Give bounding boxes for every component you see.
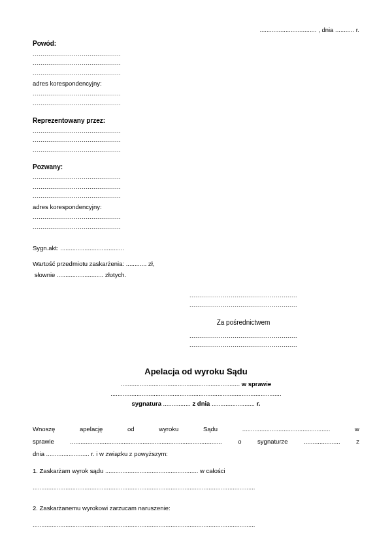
- value-words-label: słownie: [35, 271, 56, 278]
- signature-dots-1: ................: [163, 400, 191, 407]
- year-suffix-2: r.: [257, 400, 261, 407]
- t: w: [355, 423, 359, 435]
- signature-label: Sygn.akt:: [33, 244, 59, 252]
- body-text: Wnoszę apelację od wyroku Sądu .........…: [33, 423, 359, 460]
- defendant-addr-2: ........................................…: [33, 222, 147, 231]
- defendant-addr-1: ........................................…: [33, 212, 147, 221]
- t: sygnaturze: [257, 435, 287, 448]
- subtitle-row-1: ........................................…: [33, 379, 359, 389]
- subtitle-dots-1: ........................................…: [121, 380, 240, 387]
- t: wyroku: [159, 423, 178, 435]
- rep-line-3: ........................................…: [33, 145, 147, 154]
- plaintiff-line-3: ........................................…: [33, 68, 147, 77]
- signature-prefix: sygnatura: [132, 400, 161, 407]
- t: Sądu: [203, 423, 218, 435]
- court-line-4: ........................................…: [167, 340, 320, 350]
- subtitle-dots-2: ........................................…: [110, 390, 281, 397]
- body-row-2: sprawie.................................…: [33, 435, 359, 448]
- subtitle-suffix-1: w sprawie: [242, 380, 271, 387]
- t: od: [127, 423, 135, 435]
- signature-dots-2: .........................: [212, 400, 255, 407]
- item-1-continued: ........................................…: [33, 482, 359, 493]
- item-2-continued: ........................................…: [33, 519, 359, 530]
- t: r. i w związku z powyższym:: [91, 450, 168, 457]
- rep-line-1: ........................................…: [33, 126, 147, 135]
- body-row-1: Wnoszę apelację od wyroku Sądu .........…: [33, 423, 359, 435]
- plaintiff-addr-1: ........................................…: [33, 89, 147, 98]
- value-words-dots: ...........................: [57, 271, 103, 278]
- subtitle-row-3: sygnatura ................ z dnia ......…: [33, 399, 359, 408]
- plaintiff-addr-2: ........................................…: [33, 99, 147, 108]
- rep-line-2: ........................................…: [33, 135, 147, 144]
- date-mid: z dnia: [192, 400, 210, 407]
- plaintiff-line-1: ........................................…: [33, 49, 147, 58]
- item1-suffix: w całości: [200, 467, 225, 474]
- day-blank: ...........: [335, 26, 354, 33]
- date-label: , dnia: [318, 26, 333, 33]
- defendant-label: Pozwany:: [33, 163, 359, 171]
- dots: ........................................…: [70, 435, 221, 448]
- signature-dots: .....................................: [60, 244, 124, 252]
- plaintiff-line-2: ........................................…: [33, 58, 147, 67]
- dots: .........................: [46, 450, 90, 457]
- defendant-line-3: ........................................…: [33, 191, 147, 201]
- item-1: 1. Zaskarżam wyrok sądu ................…: [33, 465, 359, 476]
- signature-line: Sygn.akt: ..............................…: [33, 244, 359, 252]
- value-label: Wartość przedmiotu zaskarżenia:: [33, 260, 124, 267]
- t: dnia: [33, 450, 44, 457]
- value-dots: ............: [126, 260, 147, 267]
- body-row-3: dnia ......................... r. i w zw…: [33, 448, 359, 460]
- t: sprawie: [33, 435, 54, 448]
- court-line-1: ........................................…: [167, 291, 320, 300]
- year-suffix: r.: [356, 26, 359, 33]
- item1-prefix: 1. Zaskarżam wyrok sądu: [33, 467, 103, 474]
- court-line-3: ........................................…: [167, 331, 320, 340]
- date-line: ................................. , dnia…: [33, 26, 359, 33]
- defendant-line-2: ........................................…: [33, 182, 147, 191]
- item-2: 2. Zaskarżanemu wyrokowi zarzucam narusz…: [33, 502, 359, 514]
- defendant-line-1: ........................................…: [33, 172, 147, 182]
- t: o: [238, 435, 241, 448]
- document-page: ................................. , dnia…: [0, 0, 392, 539]
- value-words-suffix: złotych.: [105, 271, 126, 278]
- item1-dots: ........................................…: [105, 467, 199, 474]
- defendant-addr-label: adres korespondencyjny:: [33, 203, 359, 210]
- value-block: Wartość przedmiotu zaskarżenia: ........…: [33, 258, 359, 280]
- dots: ........................................…: [242, 423, 331, 435]
- place-blank: .................................: [259, 26, 316, 33]
- t: Wnoszę: [33, 423, 55, 435]
- via-label: Za pośrednictwem: [167, 319, 320, 326]
- subtitle-row-2: ........................................…: [33, 389, 359, 399]
- court-line-2: ........................................…: [167, 301, 320, 310]
- document-title: Apelacja od wyroku Sądu: [33, 367, 359, 376]
- plaintiff-addr-label: adres korespondencyjny:: [33, 80, 359, 87]
- t: apelację: [80, 423, 103, 435]
- t: z: [356, 435, 359, 448]
- dots: .....................: [304, 435, 340, 448]
- representative-label: Reprezentowany przez:: [33, 117, 359, 124]
- plaintiff-label: Powód:: [33, 40, 359, 47]
- court-block: ........................................…: [167, 291, 320, 350]
- value-currency: zł,: [148, 260, 155, 267]
